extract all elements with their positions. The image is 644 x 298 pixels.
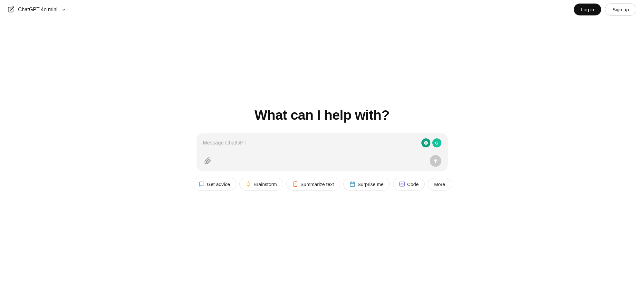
signup-button[interactable]: Sign up [605, 3, 636, 16]
openai-icon [421, 138, 430, 147]
chip-advice-label: Get advice [207, 182, 230, 187]
main-heading: What can I help with? [255, 107, 389, 123]
chip-code-label: Code [407, 182, 419, 187]
advice-icon [199, 181, 205, 187]
chip-surprise-label: Surprise me [358, 182, 384, 187]
summarize-icon [293, 181, 298, 187]
grammarly-icon: G [432, 138, 441, 147]
edit-icon [8, 6, 15, 13]
header-auth-buttons: Log in Sign up [574, 3, 636, 16]
login-button[interactable]: Log in [574, 4, 601, 15]
send-arrow-icon [433, 158, 438, 164]
attach-button[interactable] [203, 156, 213, 166]
input-top-row: Message ChatGPT G [203, 138, 441, 147]
chip-brainstorm[interactable]: Brainstorm [239, 178, 283, 191]
model-name-label: ChatGPT 4o mini [18, 7, 57, 13]
chip-code[interactable]: Code [393, 178, 425, 191]
brainstorm-icon [245, 181, 251, 187]
message-input-container: Message ChatGPT G [197, 133, 448, 171]
chip-brainstorm-label: Brainstorm [254, 182, 277, 187]
model-selector[interactable]: ChatGPT 4o mini [8, 6, 66, 13]
chip-more[interactable]: More [428, 178, 451, 191]
chip-get-advice[interactable]: Get advice [193, 178, 236, 191]
svg-rect-9 [350, 182, 355, 187]
suggestion-chips: Get advice Brainstorm [193, 178, 451, 191]
code-icon [399, 181, 405, 187]
input-right-icons: G [421, 138, 441, 147]
send-button[interactable] [430, 155, 441, 167]
chip-more-label: More [434, 182, 445, 187]
chevron-down-icon [61, 7, 66, 12]
surprise-icon [350, 181, 355, 187]
header: ChatGPT 4o mini Log in Sign up [0, 0, 644, 19]
chip-summarize[interactable]: Summarize text [286, 178, 340, 191]
main-content: What can I help with? Message ChatGPT G [0, 19, 644, 298]
input-bottom-row [203, 155, 441, 167]
chip-surprise[interactable]: Surprise me [343, 178, 390, 191]
paperclip-icon [204, 157, 211, 164]
message-placeholder[interactable]: Message ChatGPT [203, 140, 421, 146]
chip-summarize-label: Summarize text [301, 182, 334, 187]
